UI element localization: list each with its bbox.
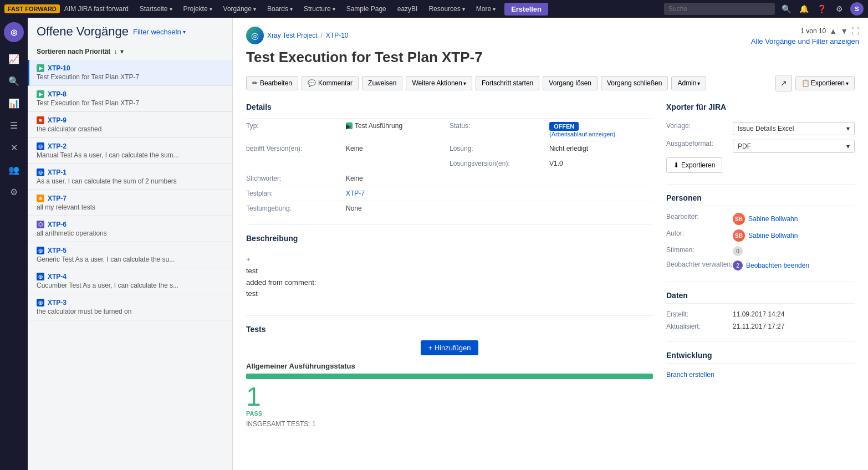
- edit-button[interactable]: ✏ Bearbeiten: [246, 76, 298, 90]
- share-button[interactable]: ↗: [775, 75, 792, 91]
- chevron-icon: ▾: [462, 6, 465, 12]
- sidebar-avatar[interactable]: ◎: [4, 22, 24, 42]
- editor-name[interactable]: Sabine Bollwahn: [748, 215, 798, 223]
- development-section: Entwicklung Branch erstellen: [666, 351, 855, 379]
- help-icon[interactable]: ❓: [815, 2, 828, 16]
- created-row: Erstellt: 11.09.2017 14:24: [666, 310, 855, 318]
- issue-id: XTP-9: [48, 116, 67, 124]
- close-button[interactable]: Vorgang schließen: [601, 76, 668, 90]
- nav-vorgange[interactable]: Vorgänge ▾: [219, 0, 261, 18]
- list-item[interactable]: ◎ XTP-2 Manual Test As a user, I can cal…: [28, 138, 232, 164]
- list-item[interactable]: ⬡ XTP-6 all arithmetic operations: [28, 216, 232, 242]
- breadcrumb-id[interactable]: XTP-10: [326, 32, 349, 39]
- nav-down-icon[interactable]: ▼: [840, 27, 848, 35]
- template-select[interactable]: Issue Details Excel ▾: [733, 122, 855, 135]
- create-button[interactable]: Erstellen: [504, 3, 548, 16]
- notification-icon[interactable]: 🔔: [797, 2, 810, 16]
- solution-label: Lösung:: [450, 141, 549, 156]
- nav-eazybi[interactable]: eazyBI: [393, 0, 422, 18]
- sort-options-icon[interactable]: ▾: [120, 48, 124, 55]
- chevron-down-icon: ▾: [846, 125, 850, 132]
- nav-startseite[interactable]: Startseite ▾: [135, 0, 177, 18]
- list-item[interactable]: ◎ XTP-1 As a user, I can calculate the s…: [28, 164, 232, 190]
- issue-desc: all my relevant tests: [37, 203, 223, 211]
- development-title: Entwicklung: [666, 351, 855, 364]
- workflow-link[interactable]: (Arbeitsablauf anzeigen): [549, 131, 653, 137]
- nav-boards[interactable]: Boards ▾: [263, 0, 297, 18]
- start-progress-button[interactable]: Fortschritt starten: [476, 76, 539, 90]
- nav-structure[interactable]: Structure ▾: [299, 0, 340, 18]
- version-label: betrifft Version(en):: [246, 141, 346, 156]
- add-test-button[interactable]: + Hinzufügen: [421, 340, 479, 355]
- sidebar-icon-people[interactable]: 👥: [4, 160, 24, 180]
- nav-resources[interactable]: Resources ▾: [424, 0, 469, 18]
- xporter-export-button[interactable]: ⬇ Exportieren: [666, 157, 722, 173]
- status-badge: OFFEN: [549, 122, 579, 131]
- issue-type-icon: ◎: [37, 247, 44, 254]
- all-issues-link[interactable]: Alle Vorgänge und Filter anzeigen: [751, 37, 859, 45]
- list-item[interactable]: ▶ XTP-8 Test Execution for Test Plan XTP…: [28, 86, 232, 112]
- xporter-title: Xporter für JIRA: [666, 103, 855, 115]
- main-content: Details Typ: ▶ Test Ausführung Status: O…: [246, 103, 855, 439]
- user-avatar[interactable]: S: [850, 2, 864, 16]
- resolve-button[interactable]: Vorgang lösen: [543, 76, 598, 90]
- settings-icon[interactable]: ⚙: [833, 2, 846, 16]
- export-button[interactable]: 📋 Exportieren ▾: [795, 76, 855, 90]
- issue-id: XTP-3: [48, 299, 67, 306]
- format-select[interactable]: PDF ▾: [733, 140, 855, 153]
- issue-desc: Test Execution for Test Plan XTP-7: [37, 99, 223, 107]
- watchers-action[interactable]: Beobachten beenden: [746, 262, 809, 269]
- issue-desc: all arithmetic operations: [37, 229, 223, 237]
- detail-panel: 1 von 10 ▲ ▼ ⛶ ◎ Xray Test Project / XTP…: [233, 18, 868, 470]
- nav-samplepage[interactable]: Sample Page: [342, 0, 391, 18]
- search-input[interactable]: [664, 3, 775, 15]
- nav-projekte[interactable]: Projekte ▾: [179, 0, 217, 18]
- filter-switch[interactable]: Filter wechseln ▾: [133, 28, 186, 36]
- branch-create-link[interactable]: Branch erstellen: [666, 371, 714, 379]
- list-item[interactable]: ◎ XTP-4 Cucumber Test As a user, I can c…: [28, 268, 232, 294]
- testplan-label: Testplan:: [246, 186, 346, 201]
- list-item[interactable]: ■ XTP-9 the calculator crashed: [28, 112, 232, 138]
- sidebar-icon-settings[interactable]: ⚙: [4, 182, 24, 202]
- assign-button[interactable]: Zuweisen: [362, 76, 402, 90]
- list-item[interactable]: ◎ XTP-3 the calculator must be turned on: [28, 294, 232, 320]
- expand-icon[interactable]: ⛶: [851, 27, 859, 35]
- progress-bar-inner: [246, 374, 653, 379]
- watchers-label: Beobachter verwalten:: [666, 260, 733, 268]
- sort-asc-icon[interactable]: ↓: [114, 48, 117, 55]
- typ-value: ▶ Test Ausführung: [346, 118, 450, 141]
- blank1: [246, 156, 346, 171]
- author-name[interactable]: Sabine Bollwahn: [748, 232, 798, 239]
- details-section: Details Typ: ▶ Test Ausführung Status: O…: [246, 103, 653, 216]
- nav-counter: 1 von 10 ▲ ▼ ⛶: [800, 27, 859, 35]
- sidebar-icon-list[interactable]: ☰: [4, 115, 24, 135]
- nav-more[interactable]: More ▾: [472, 0, 500, 18]
- issue-type-icon: ◎: [37, 273, 44, 280]
- sidebar-icon-search[interactable]: 🔍: [4, 71, 24, 91]
- search-icon[interactable]: 🔍: [779, 2, 793, 16]
- sidebar-icon-xray[interactable]: ✕: [4, 137, 24, 157]
- sort-label: Sortieren nach Priorität: [37, 48, 110, 55]
- votes-badge: 0: [733, 246, 743, 256]
- chevron-down-icon: ▾: [697, 80, 700, 86]
- desc-line-3: added from comment:: [246, 277, 653, 289]
- nav-up-icon[interactable]: ▲: [829, 27, 837, 35]
- list-item[interactable]: ◎ XTP-5 Generic Test As a user, I can ca…: [28, 242, 232, 268]
- dates-section: Daten Erstellt: 11.09.2017 14:24 Aktuali…: [666, 291, 855, 330]
- list-item[interactable]: ▶ XTP-10 Test Execution for Test Plan XT…: [28, 60, 232, 86]
- type-icon: ▶: [346, 122, 353, 129]
- editor-avatar: SB: [733, 213, 745, 225]
- testplan-link[interactable]: XTP-7: [346, 190, 365, 197]
- sidebar-icon-activity[interactable]: 📈: [4, 49, 24, 69]
- sidebar-icon-chart[interactable]: 📊: [4, 93, 24, 113]
- breadcrumb-project[interactable]: Xray Test Project: [267, 32, 317, 39]
- issue-desc: As a user, I can calculate the sum of 2 …: [37, 177, 223, 185]
- comment-button[interactable]: 💬 Kommentar: [302, 76, 359, 90]
- issue-type-icon: ◎: [37, 142, 44, 150]
- list-item[interactable]: ★ XTP-7 all my relevant tests: [28, 190, 232, 216]
- tests-section: Tests + Hinzufügen Allgemeiner Ausführun…: [246, 325, 653, 428]
- admin-button[interactable]: Admin ▾: [671, 76, 706, 90]
- main-wrapper: Offene Vorgänge Filter wechseln ▾ Sortie…: [28, 18, 868, 470]
- more-actions-button[interactable]: Weitere Aktionen ▾: [406, 76, 472, 90]
- blank7: [450, 201, 549, 216]
